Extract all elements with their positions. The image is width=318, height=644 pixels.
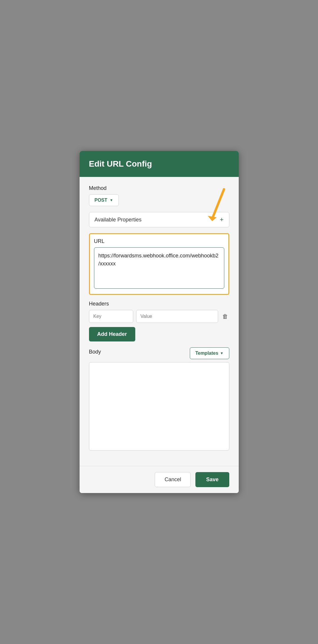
headers-section: Headers 🗑 Add Header	[89, 301, 229, 341]
header-row: 🗑	[89, 310, 229, 323]
modal-title: Edit URL Config	[89, 159, 229, 169]
cancel-label: Cancel	[164, 477, 181, 482]
chevron-down-icon: ▼	[220, 351, 224, 355]
url-section-wrapper: URL	[89, 233, 229, 295]
method-dropdown[interactable]: POST ▼	[89, 194, 119, 206]
delete-header-button[interactable]: 🗑	[221, 312, 229, 321]
templates-button[interactable]: Templates ▼	[190, 347, 229, 359]
save-label: Save	[206, 477, 218, 482]
method-value: POST	[95, 198, 108, 203]
url-label: URL	[94, 238, 224, 244]
method-section: Method POST ▼	[89, 185, 229, 206]
available-properties-section: Available Properties +	[89, 212, 229, 227]
body-input[interactable]	[89, 362, 229, 451]
plus-icon: +	[220, 216, 224, 223]
modal-container: Edit URL Config Method POST ▼ Available …	[80, 151, 239, 493]
trash-icon: 🗑	[222, 313, 228, 320]
add-header-label: Add Header	[97, 331, 127, 337]
chevron-down-icon: ▼	[110, 198, 113, 202]
templates-label: Templates	[195, 351, 218, 356]
body-section: Body Templates ▼	[89, 347, 229, 452]
modal-footer: Cancel Save	[80, 466, 239, 493]
add-header-button[interactable]: Add Header	[89, 327, 135, 341]
method-label: Method	[89, 185, 229, 191]
header-key-input[interactable]	[89, 310, 133, 323]
cancel-button[interactable]: Cancel	[155, 472, 191, 487]
save-button[interactable]: Save	[195, 472, 229, 487]
url-input[interactable]	[94, 247, 224, 289]
header-value-input[interactable]	[136, 310, 218, 323]
modal-header: Edit URL Config	[80, 151, 239, 177]
modal-body: Method POST ▼ Available Properties + URL…	[80, 177, 239, 466]
body-section-header: Body Templates ▼	[89, 347, 229, 359]
body-label: Body	[89, 349, 101, 355]
available-properties-label: Available Properties	[95, 217, 142, 223]
available-properties-row[interactable]: Available Properties +	[89, 212, 229, 227]
headers-label: Headers	[89, 301, 229, 307]
